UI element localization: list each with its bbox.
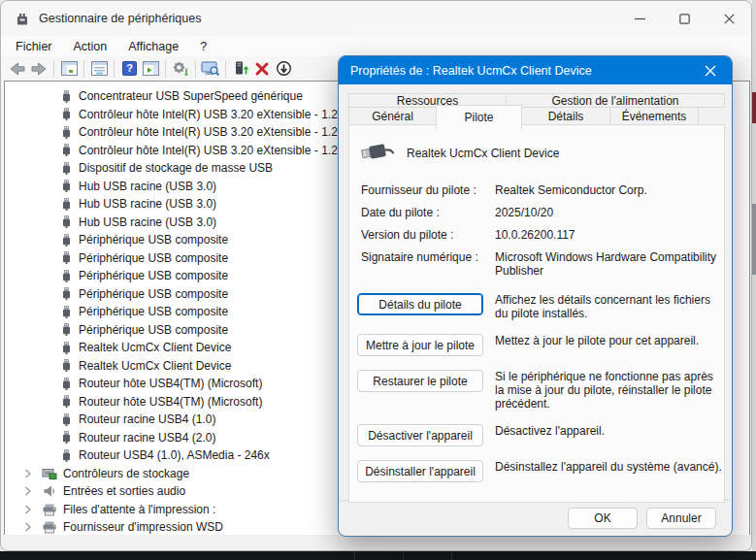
driver-actions: Détails du pilote Affichez les détails c… [349,293,724,482]
tree-item-label: Hub USB racine (USB 3.0) [79,180,216,193]
action-description: Désactivez l'appareil. [495,424,723,438]
tab-page-pilote: Realtek UcmCx Client Device Fournisseur … [348,124,725,503]
usb-device-icon [59,268,73,283]
usb-device-icon [59,322,73,338]
usb-device-icon [59,376,73,391]
driver-action-row: Désinstaller l'appareil Désinstallez l'a… [357,460,724,482]
usb-device-icon [59,143,73,158]
menu-item[interactable]: Fichier [5,38,63,55]
scan-hardware-changes-icon[interactable] [170,59,191,79]
expand-chevron-icon[interactable] [24,505,36,514]
tree-item-label: Fournisseur d'impression WSD [63,520,223,534]
action-button[interactable]: Détails du pilote [357,293,483,315]
printer-icon [42,502,57,517]
action-button[interactable]: Restaurer le pilote [357,370,483,392]
field-value: Microsoft Windows Hardware Compatibility… [495,250,723,278]
field-label: Fournisseur du pilote : [361,183,495,197]
titlebar[interactable]: Gestionnaire de périphériques [1,1,751,36]
menu-item-label: Affichage [128,40,179,53]
close-button[interactable] [707,1,751,36]
driver-field: Fournisseur du pilote : Realtek Semicond… [361,183,724,197]
properties-dialog: Propriétés de : Realtek UcmCx Client Dev… [338,55,733,537]
taskbar-separator [354,551,355,560]
field-label: Signataire numérique : [361,250,495,278]
toolbar-separator [225,60,226,78]
dialog-title: Propriétés de : Realtek UcmCx Client Dev… [350,64,592,78]
cancel-button[interactable]: Annuler [646,508,716,529]
ok-button[interactable]: OK [568,508,638,529]
tab[interactable]: Détails [521,107,610,125]
show-console-tree-icon[interactable] [58,59,80,79]
action-button[interactable]: Désactiver l'appareil [357,424,483,446]
usb-device-icon [59,179,73,194]
tree-item-label: Hub USB racine (USB 3.0) [79,215,216,229]
usb-device-icon [59,124,73,140]
toolbar-separator [83,60,84,78]
action-pane-icon[interactable] [140,59,161,79]
usb-device-icon [59,88,73,104]
action-button[interactable]: Mettre à jour le pilote [357,334,483,356]
tab[interactable]: Événements [609,107,699,125]
expand-chevron-icon[interactable] [24,486,36,496]
usb-device-icon [59,286,73,302]
tree-item-label: Hub USB racine (USB 3.0) [79,197,216,211]
tab-label: Détails [548,110,584,123]
maximize-button[interactable] [662,1,707,36]
tree-item-label: Realtek UcmCx Client Device [79,341,231,354]
tab[interactable]: Général [348,107,437,125]
tab-row-top: Ressources Gestion de l'alimentation [348,93,725,108]
tree-item-label: Périphérique USB composite [79,233,228,247]
computer-search-icon[interactable] [200,59,221,79]
tab[interactable]: Gestion de l'alimentation [506,93,725,108]
dialog-close-button[interactable] [689,56,732,84]
audio-icon [42,483,57,499]
usb-device-icon [59,412,73,427]
field-label: Version du pilote : [361,228,495,242]
driver-action-row: Restaurer le pilote Si le périphérique n… [357,370,724,411]
tree-item-label: Périphérique USB composite [79,269,228,282]
disable-device-icon[interactable] [273,59,294,79]
menu-item-label: Action [74,40,108,53]
minimize-button[interactable] [617,1,662,36]
window-controls [617,1,751,36]
tab-label: Gestion de l'alimentation [551,94,678,108]
driver-fields: Fournisseur du pilote : Realtek Semicond… [349,183,724,278]
toolbar-separator [165,60,166,78]
taskbar-separator [403,551,404,560]
menu-item[interactable]: Action [63,38,118,55]
desktop-sliver [752,0,756,551]
desktop-fragment [752,92,756,123]
action-description: Mettez à jour le pilote pour cet apparei… [495,334,723,347]
help-icon[interactable]: ? [118,59,140,79]
action-description: Affichez les détails concernant les fich… [495,293,723,320]
menu-item[interactable]: Affichage [117,38,189,55]
tab-label: Événements [622,110,687,123]
expand-chevron-icon[interactable] [24,522,36,532]
usb-plug-icon [361,140,394,167]
back-icon[interactable] [7,59,28,79]
update-driver-icon[interactable] [230,59,251,79]
scrollbar-fragment [752,204,756,275]
menu-bar: Fichier Action Affichage ? [1,36,751,56]
dialog-titlebar[interactable]: Propriétés de : Realtek UcmCx Client Dev… [339,56,732,84]
expand-chevron-icon[interactable] [24,469,36,478]
usb-device-icon [59,304,73,319]
dialog-footer: OK Annuler [340,500,731,535]
tree-item-label: Contrôleur hôte Intel(R) USB 3.20 eXtens… [79,144,344,157]
tab[interactable]: Pilote [436,105,522,129]
usb-device-icon [59,214,73,230]
usb-device-icon [59,160,73,176]
toolbar-separator [114,60,115,78]
action-description: Désinstallez l'appareil du système (avan… [495,460,723,474]
properties-icon[interactable] [88,59,110,79]
driver-action-row: Détails du pilote Affichez les détails c… [357,293,724,320]
tab-label: Général [372,110,413,123]
usb-device-icon [59,430,73,445]
usb-device-icon [59,340,73,355]
svg-text:?: ? [126,62,133,74]
menu-item[interactable]: ? [189,38,217,55]
action-button[interactable]: Désinstaller l'appareil [357,460,483,482]
uninstall-device-icon[interactable] [251,59,273,79]
tree-item-label: Routeur racine USB4 (2.0) [79,431,215,445]
forward-icon[interactable] [28,59,49,79]
